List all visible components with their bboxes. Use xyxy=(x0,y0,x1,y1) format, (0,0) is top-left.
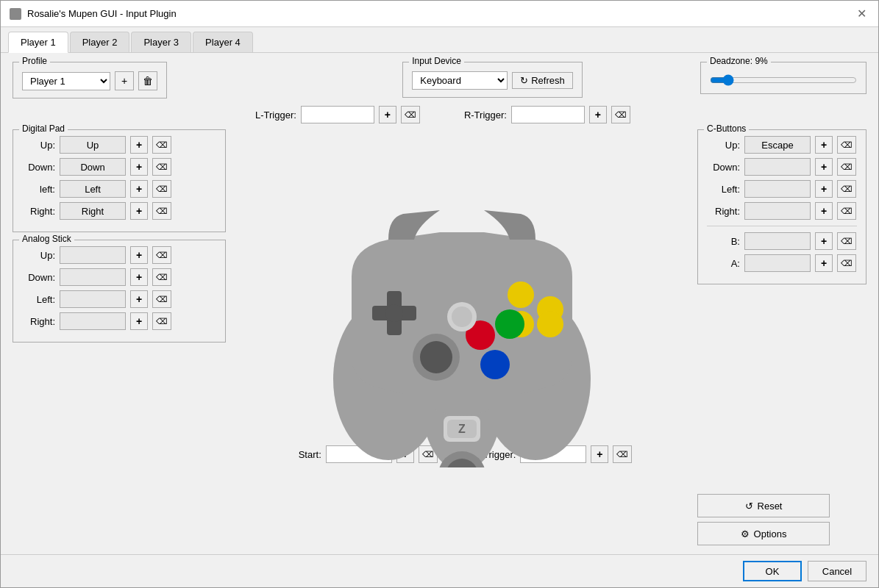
reset-button[interactable]: ↺ Reset xyxy=(697,494,830,517)
c-down-input[interactable] xyxy=(744,158,811,176)
profile-select[interactable]: Player 1 xyxy=(22,72,110,90)
tab-player2[interactable]: Player 2 xyxy=(70,32,130,52)
c-left-add-button[interactable]: + xyxy=(815,180,833,198)
analog-down-label: Down: xyxy=(22,272,55,283)
b-button-label: B: xyxy=(707,236,740,247)
l-trigger-item: L-Trigger: + ⌫ xyxy=(255,106,420,123)
c-right-clear-button[interactable]: ⌫ xyxy=(837,202,856,220)
l-trigger-input[interactable] xyxy=(301,106,374,123)
analog-down-clear-button[interactable]: ⌫ xyxy=(152,268,171,286)
delete-profile-button[interactable]: 🗑 xyxy=(138,71,157,90)
b-button-row: B: + ⌫ xyxy=(707,232,857,250)
analog-left-label: Left: xyxy=(22,294,55,305)
c-down-add-button[interactable]: + xyxy=(815,158,833,176)
dpad-down-clear-button[interactable]: ⌫ xyxy=(152,158,171,176)
analog-up-clear-button[interactable]: ⌫ xyxy=(152,246,171,264)
analog-left-add-button[interactable]: + xyxy=(130,290,148,308)
analog-down-add-button[interactable]: + xyxy=(130,268,148,286)
tab-player1[interactable]: Player 1 xyxy=(8,32,68,53)
window-title: Rosalie's Mupen GUI - Input Plugin xyxy=(27,8,177,19)
analog-right-add-button[interactable]: + xyxy=(130,312,148,330)
deadzone-label: Deadzone: 9% xyxy=(707,56,771,66)
analog-left-clear-button[interactable]: ⌫ xyxy=(152,290,171,308)
footer: OK Cancel xyxy=(1,554,878,587)
dpad-up-clear-button[interactable]: ⌫ xyxy=(152,136,171,154)
cancel-button[interactable]: Cancel xyxy=(808,561,866,581)
analog-up-input[interactable] xyxy=(60,246,126,264)
analog-down-row: Down: + ⌫ xyxy=(22,268,216,286)
l-trigger-clear-button[interactable]: ⌫ xyxy=(401,106,420,123)
b-clear-button[interactable]: ⌫ xyxy=(837,232,856,250)
c-buttons-title: C-Buttons xyxy=(704,123,749,134)
options-button[interactable]: ⚙ Options xyxy=(697,522,830,545)
dpad-right-input[interactable] xyxy=(60,202,126,220)
dpad-left-clear-button[interactable]: ⌫ xyxy=(152,180,171,198)
tab-player4[interactable]: Player 4 xyxy=(193,32,253,52)
dpad-down-input[interactable] xyxy=(60,158,126,176)
analog-up-row: Up: + ⌫ xyxy=(22,246,216,264)
c-up-add-button[interactable]: + xyxy=(815,136,833,154)
profile-group: Profile Player 1 + 🗑 xyxy=(13,62,167,98)
dpad-right-label: Right: xyxy=(22,206,55,217)
c-down-clear-button[interactable]: ⌫ xyxy=(837,158,856,176)
a-add-button[interactable]: + xyxy=(815,254,833,272)
options-icon: ⚙ xyxy=(741,528,750,539)
analog-up-add-button[interactable]: + xyxy=(130,246,148,264)
svg-text:Z: Z xyxy=(458,423,466,435)
tab-bar: Player 1 Player 2 Player 3 Player 4 xyxy=(1,27,878,53)
analog-right-input[interactable] xyxy=(60,312,126,330)
a-button-input[interactable] xyxy=(744,254,811,272)
svg-point-13 xyxy=(495,309,524,339)
analog-right-clear-button[interactable]: ⌫ xyxy=(152,312,171,330)
profile-row: Player 1 + 🗑 xyxy=(22,71,157,90)
close-button[interactable]: ✕ xyxy=(854,7,869,21)
l-trigger-add-button[interactable]: + xyxy=(379,106,396,123)
device-select[interactable]: Keyboard xyxy=(412,71,508,90)
dpad-down-row: Down: + ⌫ xyxy=(22,158,216,176)
title-bar: Rosalie's Mupen GUI - Input Plugin ✕ xyxy=(1,1,878,27)
dpad-right-clear-button[interactable]: ⌫ xyxy=(152,202,171,220)
c-left-input[interactable] xyxy=(744,180,811,198)
input-device-row: Keyboard ↻ Refresh xyxy=(412,71,573,90)
b-button-input[interactable] xyxy=(744,232,811,250)
c-left-clear-button[interactable]: ⌫ xyxy=(837,180,856,198)
ok-button[interactable]: OK xyxy=(743,561,802,581)
analog-right-label: Right: xyxy=(22,316,55,327)
r-trigger-add-button[interactable]: + xyxy=(589,106,607,123)
refresh-button[interactable]: ↻ Refresh xyxy=(512,72,573,89)
main-window: Rosalie's Mupen GUI - Input Plugin ✕ Pla… xyxy=(0,0,879,588)
a-button-label: A: xyxy=(707,258,740,269)
c-right-add-button[interactable]: + xyxy=(815,202,833,220)
deadzone-slider[interactable] xyxy=(710,74,857,86)
tab-player3[interactable]: Player 3 xyxy=(131,32,191,52)
c-right-input[interactable] xyxy=(744,202,811,220)
dpad-down-add-button[interactable]: + xyxy=(130,158,148,176)
c-down-label: Down: xyxy=(707,162,740,173)
r-trigger-input[interactable] xyxy=(511,106,585,123)
svg-point-14 xyxy=(480,350,510,379)
a-clear-button[interactable]: ⌫ xyxy=(837,254,856,272)
dpad-up-add-button[interactable]: + xyxy=(130,136,148,154)
profile-label: Profile xyxy=(19,56,50,66)
dpad-left-add-button[interactable]: + xyxy=(130,180,148,198)
dpad-right-add-button[interactable]: + xyxy=(130,202,148,220)
analog-down-input[interactable] xyxy=(60,268,126,286)
r-trigger-item: R-Trigger: + ⌫ xyxy=(464,106,630,123)
add-profile-button[interactable]: + xyxy=(115,71,134,90)
triggers-row: L-Trigger: + ⌫ R-Trigger: + ⌫ xyxy=(248,106,866,123)
r-trigger-clear-button[interactable]: ⌫ xyxy=(611,106,630,123)
dpad-up-input[interactable] xyxy=(60,136,126,154)
c-up-input[interactable] xyxy=(744,136,811,154)
options-label: Options xyxy=(754,528,787,539)
c-up-clear-button[interactable]: ⌫ xyxy=(837,136,856,154)
l-trigger-label: L-Trigger: xyxy=(255,110,296,121)
dpad-up-label: Up: xyxy=(22,140,55,151)
dpad-left-input[interactable] xyxy=(60,180,126,198)
main-content: Profile Player 1 + 🗑 Input Device Keyboa… xyxy=(1,53,878,554)
svg-point-7 xyxy=(420,341,452,373)
refresh-icon: ↻ xyxy=(520,75,528,86)
dpad-right-row: Right: + ⌫ xyxy=(22,202,216,220)
b-add-button[interactable]: + xyxy=(815,232,833,250)
input-device-label: Input Device xyxy=(409,56,464,66)
analog-left-input[interactable] xyxy=(60,290,126,308)
